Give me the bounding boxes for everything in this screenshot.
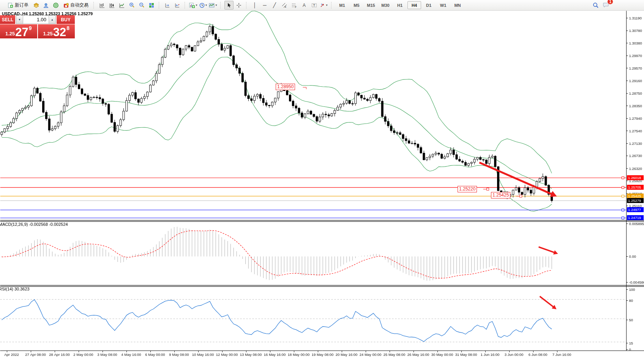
buy-button[interactable]: BUY — [57, 15, 75, 24]
macd-label: MACD(12,26,9) -0.002568 -0.002524 — [0, 222, 68, 227]
clock-icon — [199, 3, 205, 8]
auto-trading-icon — [63, 3, 69, 8]
sell-price[interactable]: 1.25 27 9 — [0, 24, 37, 38]
annotation-label[interactable]: 1.25220 — [458, 186, 477, 192]
rsi-label: RSI(14) 30.3623 — [0, 287, 30, 291]
template-icon — [209, 3, 215, 8]
trendline-icon: ╱ — [273, 3, 276, 8]
main-toolbar: 新订单 自动交易 ▾ ▾ — [0, 0, 644, 11]
candlestick-icon — [109, 3, 115, 8]
label-tool-button[interactable]: T — [309, 1, 319, 10]
indicators-icon — [189, 3, 195, 8]
indicators-dropdown-arrow[interactable]: ▾ — [196, 3, 197, 7]
timeframe-h4-button[interactable]: H4 — [407, 1, 421, 9]
buy-price-small: 1.25 — [43, 31, 52, 36]
chart-shift-button[interactable] — [163, 1, 172, 10]
notification-badge: 1 — [607, 0, 613, 5]
bar-chart-icon — [99, 3, 105, 8]
bar-chart-type-button[interactable] — [98, 1, 107, 10]
navigator-button[interactable] — [51, 1, 60, 10]
sell-price-big: 27 — [15, 27, 28, 38]
auto-scroll-icon — [175, 3, 180, 8]
svg-text:F: F — [295, 5, 297, 8]
templates-dropdown-arrow[interactable]: ▾ — [215, 3, 217, 7]
timeframe-mn-button[interactable]: MN — [451, 1, 464, 9]
volume-increase-button[interactable]: ▲ — [49, 16, 55, 24]
toolbar-separator — [246, 2, 248, 9]
channel-tool-button[interactable]: E — [280, 1, 289, 10]
bid-price-label: 1.25279 — [627, 198, 644, 203]
timeframe-bar: M1M5M15M30H1H4D1W1MN — [335, 1, 465, 9]
buy-price-pip: 8 — [66, 25, 69, 31]
toolbar-separator — [185, 2, 186, 9]
data-window-icon — [43, 3, 49, 8]
sell-button[interactable]: SELL — [0, 15, 15, 24]
notifications-button[interactable]: 1 — [601, 1, 611, 10]
templates-button[interactable]: ▾ — [208, 1, 218, 10]
auto-trading-label: 自动交易 — [70, 2, 88, 8]
timeframe-m5-button[interactable]: M5 — [350, 1, 363, 9]
mt4-window: { "toolbar": { "new_order_label": "新订单",… — [0, 0, 644, 357]
sell-price-pip: 9 — [29, 25, 32, 31]
data-window-button[interactable] — [41, 1, 51, 10]
search-button[interactable] — [591, 1, 600, 10]
volume-stepper: ▼ 1.00 ▲ — [16, 15, 56, 24]
hline-price-label: 1.26018 — [627, 175, 644, 180]
zoom-out-button[interactable] — [137, 1, 146, 10]
arrows-dropdown-arrow[interactable]: ▾ — [326, 3, 327, 7]
line-chart-icon — [119, 3, 125, 8]
new-order-button[interactable]: 新订单 — [6, 1, 31, 10]
periods-dropdown-arrow[interactable]: ▾ — [205, 3, 207, 7]
arrows-tool-button[interactable]: ▾ — [319, 1, 328, 10]
cursor-icon — [227, 3, 232, 8]
toolbar-separator — [93, 2, 95, 9]
horizontal-line-icon: ─ — [263, 3, 266, 8]
hline-price-label: 1.24977 — [627, 207, 644, 212]
zoom-in-icon — [129, 2, 135, 8]
fibonacci-tool-button[interactable]: F — [290, 1, 299, 10]
timeframe-m30-button[interactable]: M30 — [379, 1, 392, 9]
cursor-tool-button[interactable] — [224, 1, 234, 10]
annotation-label[interactable]: 1.25425 — [491, 192, 510, 198]
hline-price-label: 1.25705 — [627, 185, 644, 190]
periods-button[interactable]: ▾ — [199, 1, 208, 10]
timeframe-h1-button[interactable]: H1 — [393, 1, 407, 9]
indicators-button[interactable]: ▾ — [189, 1, 198, 10]
new-order-label: 新订单 — [15, 2, 28, 8]
volume-decrease-button[interactable]: ▼ — [16, 16, 23, 24]
buy-price[interactable]: 1.25 32 8 — [38, 24, 75, 38]
sell-price-small: 1.25 — [5, 31, 15, 36]
trendline-tool-button[interactable]: ╱ — [270, 1, 279, 10]
auto-scroll-button[interactable] — [173, 1, 182, 10]
equidistant-channel-icon: E — [282, 3, 287, 8]
market-watch-button[interactable] — [32, 1, 41, 10]
fibonacci-icon: F — [292, 3, 297, 8]
crosshair-icon — [236, 3, 242, 8]
svg-text:T: T — [313, 3, 315, 7]
volume-value[interactable]: 1.00 — [23, 16, 49, 24]
new-order-icon — [8, 3, 13, 8]
auto-trading-button[interactable]: 自动交易 — [61, 1, 91, 10]
candlestick-chart-type-button[interactable] — [107, 1, 117, 10]
timeframe-w1-button[interactable]: W1 — [436, 1, 450, 9]
price-chart-canvas[interactable] — [0, 0, 644, 357]
text-icon: A — [303, 3, 306, 8]
tile-windows-button[interactable] — [147, 1, 156, 10]
crosshair-tool-button[interactable] — [234, 1, 243, 10]
search-icon — [593, 2, 599, 8]
text-tool-button[interactable]: A — [300, 1, 309, 10]
arrow-objects-icon — [320, 3, 325, 8]
timeframe-m1-button[interactable]: M1 — [335, 1, 349, 9]
line-chart-type-button[interactable] — [117, 1, 126, 10]
toolbar-separator — [220, 2, 222, 9]
toolbar-separator — [331, 2, 333, 9]
timeframe-d1-button[interactable]: D1 — [422, 1, 436, 9]
vertical-line-tool-button[interactable]: │ — [250, 1, 259, 10]
annotation-label[interactable]: 1.28950 — [276, 84, 295, 90]
horizontal-line-tool-button[interactable]: ─ — [260, 1, 269, 10]
zoom-in-button[interactable] — [127, 1, 136, 10]
timeframe-m15-button[interactable]: M15 — [364, 1, 378, 9]
svg-text:E: E — [285, 6, 286, 8]
one-click-trading-panel: SELL ▼ 1.00 ▲ BUY 1.25 27 9 1.25 32 8 — [0, 15, 75, 38]
zoom-out-icon — [139, 2, 145, 8]
